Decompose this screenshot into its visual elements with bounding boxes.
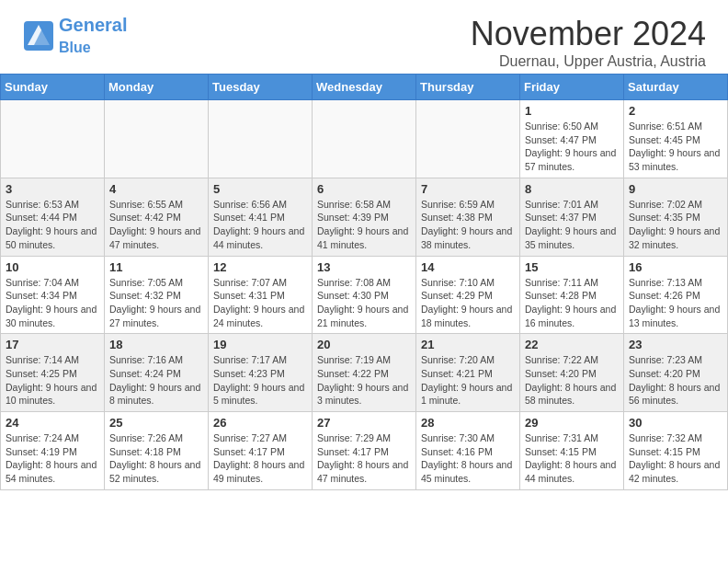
day-info: Sunrise: 7:17 AM Sunset: 4:23 PM Dayligh… [213, 353, 307, 408]
calendar-day-cell: 26Sunrise: 7:27 AM Sunset: 4:17 PM Dayli… [209, 412, 313, 490]
weekday-header: Sunday [1, 75, 105, 100]
day-info: Sunrise: 7:32 AM Sunset: 4:15 PM Dayligh… [629, 431, 722, 486]
page-title: November 2024 [471, 15, 706, 53]
day-number: 18 [109, 338, 203, 351]
day-number: 9 [629, 182, 722, 196]
day-info: Sunrise: 7:14 AM Sunset: 4:25 PM Dayligh… [6, 353, 99, 408]
calendar-day-cell: 14Sunrise: 7:10 AM Sunset: 4:29 PM Dayli… [416, 256, 520, 334]
calendar-day-cell: 2Sunrise: 6:51 AM Sunset: 4:45 PM Daylig… [624, 100, 728, 178]
calendar-day-cell: 24Sunrise: 7:24 AM Sunset: 4:19 PM Dayli… [1, 412, 105, 490]
day-number: 20 [317, 338, 411, 351]
day-number: 23 [629, 338, 722, 351]
calendar-day-cell: 20Sunrise: 7:19 AM Sunset: 4:22 PM Dayli… [313, 334, 416, 412]
calendar-week-row: 17Sunrise: 7:14 AM Sunset: 4:25 PM Dayli… [1, 334, 728, 412]
title-block: November 2024 Duernau, Upper Austria, Au… [471, 15, 706, 70]
calendar-day-cell [105, 100, 209, 178]
day-number: 15 [525, 260, 619, 274]
logo-icon [22, 19, 55, 52]
day-info: Sunrise: 6:53 AM Sunset: 4:44 PM Dayligh… [6, 198, 99, 252]
day-info: Sunrise: 7:29 AM Sunset: 4:17 PM Dayligh… [317, 431, 411, 486]
calendar-day-cell: 29Sunrise: 7:31 AM Sunset: 4:15 PM Dayli… [520, 412, 624, 490]
day-number: 4 [109, 182, 203, 196]
day-info: Sunrise: 7:26 AM Sunset: 4:18 PM Dayligh… [109, 431, 203, 486]
day-info: Sunrise: 7:23 AM Sunset: 4:20 PM Dayligh… [629, 353, 722, 408]
day-number: 7 [421, 182, 515, 196]
day-info: Sunrise: 6:58 AM Sunset: 4:39 PM Dayligh… [317, 198, 411, 252]
calendar-day-cell: 7Sunrise: 6:59 AM Sunset: 4:38 PM Daylig… [416, 178, 520, 256]
day-number: 28 [421, 416, 515, 430]
day-info: Sunrise: 7:22 AM Sunset: 4:20 PM Dayligh… [525, 353, 619, 408]
calendar-day-cell: 17Sunrise: 7:14 AM Sunset: 4:25 PM Dayli… [1, 334, 105, 412]
day-info: Sunrise: 6:59 AM Sunset: 4:38 PM Dayligh… [421, 198, 515, 252]
day-number: 27 [317, 416, 411, 430]
calendar-week-row: 1Sunrise: 6:50 AM Sunset: 4:47 PM Daylig… [1, 100, 728, 178]
calendar-day-cell: 8Sunrise: 7:01 AM Sunset: 4:37 PM Daylig… [520, 178, 624, 256]
day-info: Sunrise: 7:16 AM Sunset: 4:24 PM Dayligh… [109, 353, 203, 408]
day-number: 25 [109, 416, 203, 430]
day-info: Sunrise: 7:07 AM Sunset: 4:31 PM Dayligh… [213, 276, 307, 330]
page-header: General Blue November 2024 Duernau, Uppe… [0, 0, 728, 74]
calendar-day-cell: 28Sunrise: 7:30 AM Sunset: 4:16 PM Dayli… [416, 412, 520, 490]
day-number: 19 [213, 338, 307, 351]
calendar-day-cell: 30Sunrise: 7:32 AM Sunset: 4:15 PM Dayli… [624, 412, 728, 490]
calendar-day-cell: 3Sunrise: 6:53 AM Sunset: 4:44 PM Daylig… [1, 178, 105, 256]
day-info: Sunrise: 6:56 AM Sunset: 4:41 PM Dayligh… [213, 198, 307, 252]
day-number: 5 [213, 182, 307, 196]
calendar-week-row: 3Sunrise: 6:53 AM Sunset: 4:44 PM Daylig… [1, 178, 728, 256]
day-number: 21 [421, 338, 515, 351]
page-subtitle: Duernau, Upper Austria, Austria [471, 53, 706, 70]
calendar-day-cell: 15Sunrise: 7:11 AM Sunset: 4:28 PM Dayli… [520, 256, 624, 334]
weekday-header: Saturday [624, 75, 728, 100]
calendar-day-cell: 6Sunrise: 6:58 AM Sunset: 4:39 PM Daylig… [313, 178, 416, 256]
day-number: 11 [109, 260, 203, 274]
day-number: 30 [629, 416, 722, 430]
calendar-day-cell: 27Sunrise: 7:29 AM Sunset: 4:17 PM Dayli… [313, 412, 416, 490]
day-number: 8 [525, 182, 619, 196]
weekday-header: Thursday [416, 75, 520, 100]
calendar-week-row: 24Sunrise: 7:24 AM Sunset: 4:19 PM Dayli… [1, 412, 728, 490]
day-info: Sunrise: 7:11 AM Sunset: 4:28 PM Dayligh… [525, 276, 619, 330]
day-number: 16 [629, 260, 722, 274]
day-info: Sunrise: 7:30 AM Sunset: 4:16 PM Dayligh… [421, 431, 515, 486]
day-number: 26 [213, 416, 307, 430]
calendar-day-cell: 16Sunrise: 7:13 AM Sunset: 4:26 PM Dayli… [624, 256, 728, 334]
calendar-day-cell [209, 100, 313, 178]
day-info: Sunrise: 7:01 AM Sunset: 4:37 PM Dayligh… [525, 198, 619, 252]
day-number: 3 [6, 182, 99, 196]
day-number: 1 [525, 104, 619, 118]
calendar-day-cell: 22Sunrise: 7:22 AM Sunset: 4:20 PM Dayli… [520, 334, 624, 412]
day-info: Sunrise: 7:19 AM Sunset: 4:22 PM Dayligh… [317, 353, 411, 408]
calendar-day-cell: 25Sunrise: 7:26 AM Sunset: 4:18 PM Dayli… [105, 412, 209, 490]
day-number: 24 [6, 416, 99, 430]
calendar-day-cell: 18Sunrise: 7:16 AM Sunset: 4:24 PM Dayli… [105, 334, 209, 412]
day-info: Sunrise: 7:24 AM Sunset: 4:19 PM Dayligh… [6, 431, 99, 486]
day-info: Sunrise: 6:50 AM Sunset: 4:47 PM Dayligh… [525, 120, 619, 174]
calendar-day-cell [416, 100, 520, 178]
calendar-day-cell: 1Sunrise: 6:50 AM Sunset: 4:47 PM Daylig… [520, 100, 624, 178]
calendar-day-cell: 23Sunrise: 7:23 AM Sunset: 4:20 PM Dayli… [624, 334, 728, 412]
logo: General Blue [22, 15, 127, 57]
day-info: Sunrise: 7:13 AM Sunset: 4:26 PM Dayligh… [629, 276, 722, 330]
weekday-header: Monday [105, 75, 209, 100]
day-info: Sunrise: 6:51 AM Sunset: 4:45 PM Dayligh… [629, 120, 722, 174]
calendar-day-cell: 12Sunrise: 7:07 AM Sunset: 4:31 PM Dayli… [209, 256, 313, 334]
day-number: 13 [317, 260, 411, 274]
day-info: Sunrise: 7:20 AM Sunset: 4:21 PM Dayligh… [421, 353, 515, 408]
calendar-day-cell: 21Sunrise: 7:20 AM Sunset: 4:21 PM Dayli… [416, 334, 520, 412]
day-number: 2 [629, 104, 722, 118]
logo-text: General Blue [59, 15, 127, 57]
calendar-day-cell [1, 100, 105, 178]
calendar-day-cell [313, 100, 416, 178]
calendar-day-cell: 10Sunrise: 7:04 AM Sunset: 4:34 PM Dayli… [1, 256, 105, 334]
day-number: 6 [317, 182, 411, 196]
day-info: Sunrise: 7:04 AM Sunset: 4:34 PM Dayligh… [6, 276, 99, 330]
day-number: 10 [6, 260, 99, 274]
calendar-day-cell: 11Sunrise: 7:05 AM Sunset: 4:32 PM Dayli… [105, 256, 209, 334]
day-info: Sunrise: 7:31 AM Sunset: 4:15 PM Dayligh… [525, 431, 619, 486]
calendar-day-cell: 19Sunrise: 7:17 AM Sunset: 4:23 PM Dayli… [209, 334, 313, 412]
calendar-header-row: SundayMondayTuesdayWednesdayThursdayFrid… [1, 75, 728, 100]
day-number: 14 [421, 260, 515, 274]
calendar-day-cell: 5Sunrise: 6:56 AM Sunset: 4:41 PM Daylig… [209, 178, 313, 256]
calendar-table: SundayMondayTuesdayWednesdayThursdayFrid… [0, 74, 728, 490]
weekday-header: Tuesday [209, 75, 313, 100]
